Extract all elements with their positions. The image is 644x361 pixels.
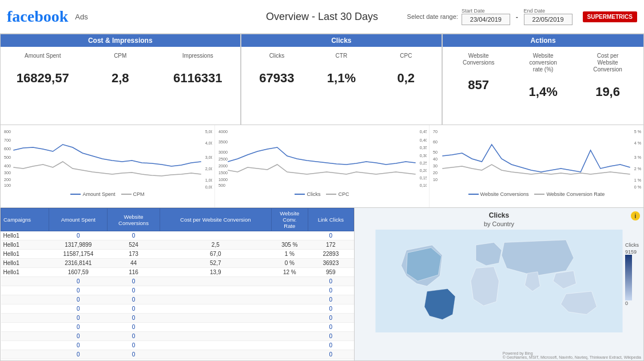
- svg-text:0,45: 0,45: [420, 130, 427, 134]
- chart-cost-impressions: 800 700 600 500 400 300 200 100 5,00 4,0…: [1, 125, 215, 207]
- clicks-legend: Clicks 9159 0: [625, 242, 639, 306]
- cost-impressions-cols: Amount Spent 16829,57 CPM 2,8 Impression…: [4, 50, 237, 86]
- table-cell: [160, 341, 271, 350]
- impressions-value: 6116331: [159, 71, 237, 86]
- table-row: 000: [1, 332, 354, 341]
- table-cell: 0: [308, 277, 353, 286]
- legend-amount-spent-label: Amount Spent: [82, 191, 115, 197]
- col-link-clicks: Link Clicks: [308, 208, 353, 231]
- table-cell: Hello1: [1, 259, 49, 268]
- svg-text:4,00: 4,00: [205, 141, 212, 145]
- header: facebook Ads Overview - Last 30 Days Sel…: [0, 0, 644, 34]
- clicks-title: Clicks: [241, 34, 442, 47]
- cost-per-conv-col: Cost per Website Conversion 19,6: [575, 53, 640, 99]
- clicks-legend-label: Clicks: [625, 242, 639, 248]
- table-cell: 0 %: [271, 259, 308, 268]
- table-cell: [160, 304, 271, 314]
- table-cell: [1, 304, 49, 314]
- svg-text:500: 500: [4, 155, 11, 159]
- svg-text:0,10: 0,10: [420, 183, 427, 187]
- table-row: Hello11607,5911613,912 %959: [1, 268, 354, 277]
- table-cell: 67,0: [160, 250, 271, 259]
- end-date-label: End Date: [524, 8, 573, 14]
- table-cell: [160, 323, 271, 332]
- table-cell: 305 %: [271, 240, 308, 250]
- table-cell: 959: [308, 268, 353, 277]
- svg-text:10: 10: [433, 178, 438, 182]
- legend-cpm: CPM: [121, 191, 145, 197]
- color-bar: [625, 255, 632, 300]
- table-cell: 0: [49, 277, 108, 286]
- table-cell: 52,7: [160, 259, 271, 268]
- col-website-conversions: WebsiteConversions: [108, 208, 160, 231]
- svg-text:3,00: 3,00: [205, 155, 212, 159]
- clicks-cols: Clicks 67933 CTR 1,1% CPC 0,2: [245, 50, 439, 86]
- table-cell: 0: [308, 314, 353, 323]
- cpm-label: CPM: [82, 53, 160, 59]
- impressions-label: Impressions: [159, 53, 237, 59]
- attribution-text: © GeoNames, MSIT, Microsoft, Navinfo, Na…: [503, 355, 641, 359]
- cpc-label: CPC: [373, 53, 438, 59]
- cost-per-conv-value: 19,6: [575, 85, 640, 99]
- legend-conv-rate-label: Website Conversion Rate: [546, 191, 605, 197]
- svg-text:4000: 4000: [218, 130, 228, 134]
- svg-text:100: 100: [4, 183, 11, 187]
- table-cell: 0: [49, 350, 108, 359]
- clicks-section: Clicks Clicks 67933 CTR 1,1% CPC 0,2: [241, 34, 443, 125]
- end-date-input[interactable]: 22/05/2019: [524, 14, 573, 25]
- start-date-input[interactable]: 23/04/2019: [462, 14, 510, 25]
- select-range-label: Select date range:: [407, 13, 458, 20]
- ctr-label: CTR: [309, 53, 373, 59]
- cpm-value: 2,8: [82, 71, 160, 86]
- table-cell: 44: [108, 259, 160, 268]
- table-row: 000: [1, 341, 354, 350]
- map-info-icon[interactable]: i: [631, 211, 640, 220]
- amount-spent-value: 16829,57: [4, 71, 82, 86]
- actions-section: Actions Website Conversions 857 Website …: [442, 34, 644, 125]
- legend-cpc-label: CPC: [338, 191, 349, 197]
- map-attribution: Powered by Bing © GeoNames, MSIT, Micros…: [503, 351, 641, 359]
- table-cell: [160, 277, 271, 286]
- svg-text:3000: 3000: [218, 150, 228, 154]
- table-cell: 0: [108, 304, 160, 314]
- legend-cpc: CPC: [326, 191, 349, 197]
- table-cell: 0: [308, 231, 353, 240]
- table-cell: [271, 350, 308, 359]
- chart-conversions: 70 60 50 40 30 20 10 5 % 4 % 3 % 2 % 1 %…: [430, 125, 643, 207]
- clicks-col: Clicks 67933: [245, 53, 309, 86]
- svg-text:1500: 1500: [218, 171, 228, 175]
- date-separator: -: [516, 13, 518, 20]
- table-cell: 173: [108, 250, 160, 259]
- conv-rate-label: Website conversion rate (%): [511, 53, 575, 73]
- col-conv-rate: WebsiteConv.Rate: [271, 208, 308, 231]
- website-conversions-value: 857: [446, 78, 511, 93]
- map-subtitle: by Country: [355, 220, 643, 227]
- table-row: Hello12316,81414452,70 %36923: [1, 259, 354, 268]
- svg-text:200: 200: [4, 178, 11, 182]
- legend-website-conversions-label: Website Conversions: [480, 191, 529, 197]
- legend-clicks-label: Clicks: [307, 191, 320, 197]
- legend-line-gray: [121, 194, 132, 195]
- col-cost-per-conversion: Cost per Website Conversion: [160, 208, 271, 231]
- conv-rate-value: 1,4%: [511, 85, 575, 99]
- table-cell: 0: [49, 231, 108, 240]
- table-cell: 116: [108, 268, 160, 277]
- table-cell: 36923: [308, 259, 353, 268]
- table-cell: 0: [49, 286, 108, 295]
- cost-impressions-title: Cost & Impressions: [1, 34, 240, 47]
- table-row: 000: [1, 314, 354, 323]
- website-conversions-col: Website Conversions 857: [446, 53, 511, 99]
- svg-text:50: 50: [433, 150, 438, 154]
- table-cell: [271, 314, 308, 323]
- table-cell: 0: [308, 295, 353, 304]
- col-amount-spent: Amount Spent: [49, 208, 108, 231]
- svg-text:2 %: 2 %: [634, 167, 641, 171]
- svg-text:1 %: 1 %: [634, 178, 641, 182]
- table-cell: 22893: [308, 250, 353, 259]
- website-conversions-label: Website Conversions: [446, 53, 511, 66]
- svg-text:60: 60: [433, 140, 438, 144]
- svg-text:40: 40: [433, 157, 438, 161]
- table-cell: 0: [308, 323, 353, 332]
- table-cell: 1607,59: [49, 268, 108, 277]
- campaigns-table: Campaigns Amount Spent WebsiteConversion…: [1, 208, 354, 359]
